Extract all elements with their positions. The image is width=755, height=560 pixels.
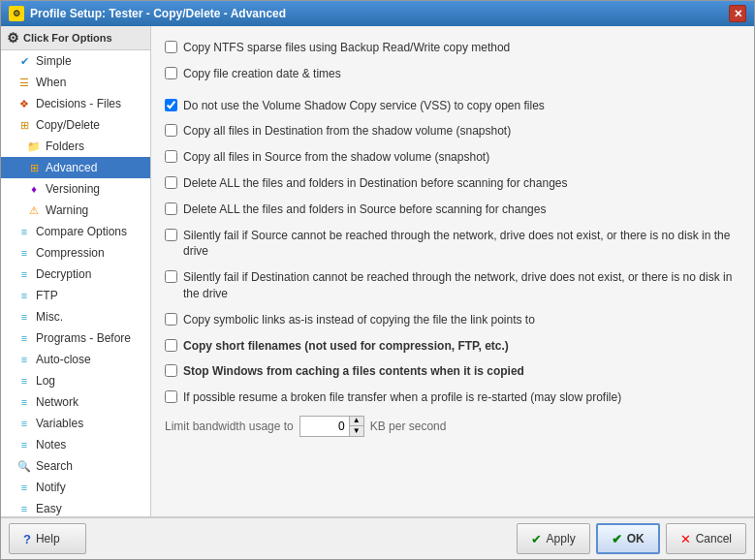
- label-opt-silently-src: Silently fail if Source cannot be reache…: [183, 228, 740, 261]
- label-opt-resume-broken: If possible resume a broken file transfe…: [183, 389, 621, 406]
- sidebar-item-variables[interactable]: ≡Variables: [1, 413, 150, 434]
- sidebar-item-search[interactable]: 🔍Search: [1, 455, 150, 477]
- checkbox-opt-copy-creation-date[interactable]: [165, 67, 177, 79]
- checkbox-opt-src-shadow[interactable]: [165, 150, 177, 163]
- option-row-opt-silently-src: Silently fail if Source cannot be reache…: [165, 226, 740, 263]
- sidebar-icon-compare-options: ≡: [16, 224, 32, 239]
- sidebar-label-variables: Variables: [36, 417, 83, 430]
- option-row-opt-stop-caching: Stop Windows from caching a files conten…: [165, 361, 740, 382]
- help-button[interactable]: ? Help: [9, 523, 86, 554]
- sidebar-label-compare-options: Compare Options: [36, 225, 127, 238]
- main-content: ⚙ Click For Options ✔Simple☰When❖Decisio…: [1, 26, 754, 516]
- main-window: ⚙ Profile Setup: Tester - Copy/Delete - …: [0, 0, 755, 560]
- sidebar-item-log[interactable]: ≡Log: [1, 370, 150, 391]
- sidebar-icon-copy-delete: ⊞: [16, 117, 32, 133]
- options-container: Copy NTFS sparse files using Backup Read…: [165, 38, 740, 408]
- label-opt-delete-src: Delete ALL the files and folders in Sour…: [183, 202, 546, 218]
- sidebar-item-advanced[interactable]: ⊞Advanced: [1, 157, 150, 178]
- sidebar-item-warning[interactable]: ⚠Warning: [1, 200, 150, 221]
- sidebar-items-container: ✔Simple☰When❖Decisions - Files⊞Copy/Dele…: [1, 50, 150, 516]
- bottom-left: ? Help: [9, 523, 86, 554]
- sidebar-icon-ftp: ≡: [16, 288, 32, 303]
- checkbox-opt-silently-src[interactable]: [165, 229, 177, 241]
- cancel-button[interactable]: ✕ Cancel: [666, 523, 746, 554]
- sidebar-icon-simple: ✔: [16, 53, 32, 69]
- sidebar-header[interactable]: ⚙ Click For Options: [1, 26, 150, 50]
- checkbox-opt-delete-src[interactable]: [165, 202, 177, 215]
- cancel-icon: ✕: [680, 532, 691, 546]
- sidebar-item-ftp[interactable]: ≡FTP: [1, 285, 150, 306]
- sidebar-item-auto-close[interactable]: ≡Auto-close: [1, 349, 150, 370]
- sidebar-icon-variables: ≡: [16, 416, 32, 431]
- sidebar-item-programs-before[interactable]: ≡Programs - Before: [1, 327, 150, 349]
- sidebar-label-decisions-files: Decisions - Files: [36, 97, 121, 110]
- sidebar: ⚙ Click For Options ✔Simple☰When❖Decisio…: [1, 26, 151, 516]
- sidebar-item-when[interactable]: ☰When: [1, 72, 150, 93]
- label-opt-ntfs-sparse: Copy NTFS sparse files using Backup Read…: [183, 40, 510, 56]
- checkbox-opt-ntfs-sparse[interactable]: [165, 41, 177, 53]
- sidebar-icon-decryption: ≡: [16, 266, 32, 282]
- sidebar-item-notes[interactable]: ≡Notes: [1, 434, 150, 455]
- sidebar-item-network[interactable]: ≡Network: [1, 391, 150, 413]
- sidebar-label-programs-before: Programs - Before: [36, 331, 131, 345]
- sidebar-icon-notes: ≡: [16, 437, 32, 452]
- label-opt-src-shadow: Copy all files in Source from the shadow…: [183, 149, 489, 166]
- scrollable-content: Copy NTFS sparse files using Backup Read…: [151, 26, 754, 516]
- sidebar-item-decisions-files[interactable]: ❖Decisions - Files: [1, 93, 150, 114]
- checkbox-opt-silently-dest[interactable]: [165, 270, 177, 283]
- sidebar-icon-misc: ≡: [16, 309, 32, 325]
- apply-label: Apply: [547, 532, 576, 545]
- sidebar-icon-versioning: ♦: [26, 181, 42, 197]
- sidebar-icon-log: ≡: [16, 373, 32, 389]
- sidebar-item-simple[interactable]: ✔Simple: [1, 50, 150, 72]
- option-row-opt-resume-broken: If possible resume a broken file transfe…: [165, 388, 740, 408]
- checkbox-opt-stop-caching[interactable]: [165, 364, 177, 377]
- apply-button[interactable]: ✔ Apply: [517, 523, 590, 554]
- sidebar-label-decryption: Decryption: [36, 267, 91, 281]
- option-row-opt-delete-src: Delete ALL the files and folders in Sour…: [165, 200, 740, 220]
- sidebar-item-decryption[interactable]: ≡Decryption: [1, 264, 150, 285]
- option-row-opt-src-shadow: Copy all files in Source from the shadow…: [165, 147, 740, 168]
- bottom-bar: ? Help ✔ Apply ✔ OK ✕ Cancel: [1, 516, 754, 559]
- checkbox-opt-dest-shadow[interactable]: [165, 124, 177, 137]
- checkbox-opt-symbolic[interactable]: [165, 313, 177, 326]
- sidebar-label-advanced: Advanced: [46, 161, 97, 174]
- checkbox-opt-resume-broken[interactable]: [165, 390, 177, 403]
- option-row-opt-ntfs-sparse: Copy NTFS sparse files using Backup Read…: [165, 38, 740, 58]
- option-row-opt-silently-dest: Silently fail if Destination cannot be r…: [165, 267, 740, 304]
- sidebar-item-versioning[interactable]: ♦Versioning: [1, 178, 150, 200]
- checkbox-opt-vss[interactable]: [165, 99, 177, 111]
- checkbox-opt-delete-dest[interactable]: [165, 176, 177, 189]
- close-button[interactable]: ✕: [729, 5, 746, 22]
- content-area: Copy NTFS sparse files using Backup Read…: [151, 26, 754, 516]
- sidebar-item-compression[interactable]: ≡Compression: [1, 242, 150, 264]
- sidebar-item-copy-delete[interactable]: ⊞Copy/Delete: [1, 114, 150, 136]
- title-bar: ⚙ Profile Setup: Tester - Copy/Delete - …: [1, 1, 754, 26]
- sidebar-label-simple: Simple: [36, 54, 72, 68]
- sidebar-icon-decisions-files: ❖: [16, 96, 32, 111]
- sidebar-item-folders[interactable]: 📁Folders: [1, 136, 150, 157]
- bandwidth-spin-down[interactable]: ▼: [350, 426, 363, 436]
- sidebar-icon-network: ≡: [16, 394, 32, 410]
- app-icon: ⚙: [9, 6, 24, 21]
- sidebar-label-network: Network: [36, 395, 79, 409]
- sidebar-icon-compression: ≡: [16, 245, 32, 261]
- sidebar-icon-advanced: ⊞: [26, 160, 42, 175]
- checkbox-opt-short-filenames[interactable]: [165, 339, 177, 352]
- sidebar-header-label: Click For Options: [23, 32, 112, 44]
- sidebar-item-misc[interactable]: ≡Misc.: [1, 306, 150, 327]
- sidebar-label-auto-close: Auto-close: [36, 353, 91, 366]
- sidebar-icon-when: ☰: [16, 75, 32, 90]
- option-row-opt-symbolic: Copy symbolic links as-is instead of cop…: [165, 310, 740, 330]
- sidebar-icon-search: 🔍: [16, 458, 32, 474]
- bandwidth-input[interactable]: [300, 418, 349, 435]
- cancel-label: Cancel: [696, 532, 732, 545]
- label-opt-symbolic: Copy symbolic links as-is instead of cop…: [183, 312, 535, 328]
- sidebar-item-notify[interactable]: ≡Notify: [1, 477, 150, 498]
- sidebar-item-easy[interactable]: ≡Easy: [1, 498, 150, 516]
- bandwidth-spin-up[interactable]: ▲: [350, 417, 363, 426]
- ok-icon: ✔: [612, 532, 622, 546]
- sidebar-label-notify: Notify: [36, 481, 66, 494]
- ok-button[interactable]: ✔ OK: [596, 523, 660, 554]
- sidebar-item-compare-options[interactable]: ≡Compare Options: [1, 221, 150, 242]
